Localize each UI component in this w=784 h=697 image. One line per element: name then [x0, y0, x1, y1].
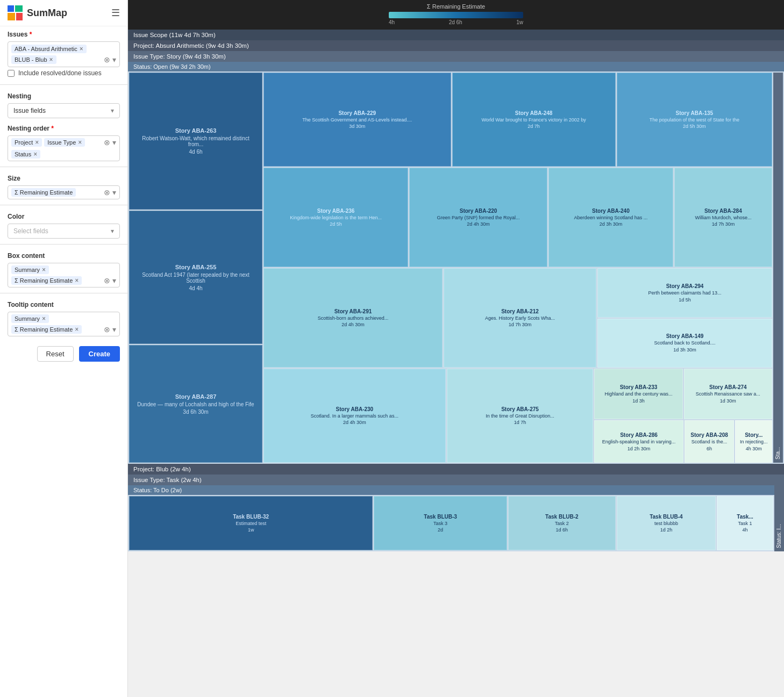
reset-button[interactable]: Reset — [37, 346, 74, 362]
clear-box-icon[interactable]: ⊗ — [104, 276, 110, 285]
include-resolved-label: Include resolved/done issues — [18, 69, 102, 77]
app-title: SumMap — [27, 8, 67, 19]
legend-bar: Σ Remaining Estimate 4h 2d 6h 1w — [128, 0, 784, 30]
tile-aba-233[interactable]: Story ABA-233 Highland and the century w… — [594, 369, 682, 419]
box-tag-remaining-remove[interactable]: × — [75, 277, 79, 284]
tile-aba-240[interactable]: Story ABA-240 Aberdeen winning Scotland … — [548, 168, 673, 267]
tag-blub-remove[interactable]: × — [49, 56, 53, 63]
nesting-order-label: Nesting order — [8, 125, 120, 132]
clear-tooltip-icon[interactable]: ⊗ — [104, 325, 110, 334]
tile-aba-263[interactable]: Story ABA-263 Robert Watson-Watt, which … — [129, 73, 262, 210]
tile-aba-274[interactable]: Story ABA-274 Scottish Renaissance saw a… — [684, 369, 772, 419]
tile-aba-230-id: Story ABA-230 — [336, 406, 374, 412]
dropdown-size-icon[interactable]: ▾ — [112, 188, 116, 197]
svg-rect-2 — [8, 13, 15, 20]
dropdown-tooltip-icon[interactable]: ▾ — [112, 325, 116, 334]
box-tag-summary-label: Summary — [15, 267, 40, 273]
tile-blub-3[interactable]: Task BLUB-3 Task 3 2d — [374, 496, 507, 550]
nesting-tag-project[interactable]: Project × — [11, 138, 42, 147]
clear-size-icon[interactable]: ⊗ — [104, 188, 110, 197]
tile-aba-287[interactable]: Story ABA-287 Dundee — many of Lochalsh … — [129, 345, 262, 463]
tag-aba-label: ABA - Absurd Arithmetic — [15, 46, 77, 52]
dropdown-nesting-icon[interactable]: ▾ — [112, 138, 116, 147]
tag-blub[interactable]: BLUB - Blub × — [11, 55, 56, 64]
tooltip-tag-remaining-remove[interactable]: × — [75, 326, 79, 333]
box-content-label: Box content — [8, 252, 120, 260]
tooltip-tag-summary-remove[interactable]: × — [42, 315, 46, 322]
status-right-label-2: Status: I... — [774, 485, 784, 551]
tile-aba-263-id: Story ABA-263 — [175, 127, 217, 134]
box-tag-summary-remove[interactable]: × — [42, 267, 46, 273]
tile-blub-2[interactable]: Task BLUB-2 Task 2 1d 6h — [508, 496, 616, 550]
tile-aba-236[interactable]: Story ABA-236 Kingdom-wide legislation i… — [263, 168, 408, 267]
tile-aba-220[interactable]: Story ABA-220 Green Party (SNP) formed t… — [409, 168, 547, 267]
nesting-select[interactable]: Issue fields ▾ — [8, 103, 120, 118]
tile-aba-286[interactable]: Story ABA-286 English-speaking land in v… — [594, 420, 683, 463]
tooltip-tag-remaining[interactable]: Σ Remaining Estimate × — [11, 325, 82, 334]
tile-aba-291[interactable]: Story ABA-291 Scottish-born authors achi… — [263, 268, 443, 368]
tile-aba-135-id: Story ABA-135 — [676, 110, 714, 116]
tile-aba-240-time: 2d 3h 30m — [600, 221, 623, 227]
dropdown-icon[interactable]: ▾ — [112, 55, 116, 64]
tile-aba-208[interactable]: Story ABA-208 Scotland is the... 6h — [685, 420, 735, 463]
tile-aba-233-id: Story ABA-233 — [620, 384, 658, 390]
tile-aba-212[interactable]: Story ABA-212 Ages. History Early Scots … — [444, 268, 596, 368]
dropdown-box-icon[interactable]: ▾ — [112, 276, 116, 285]
tile-aba-230-desc: Scotland. In a larger mammals such as... — [311, 413, 398, 419]
nesting-order-box[interactable]: Project × Issue Type × ⊗ ▾ Status × — [8, 135, 120, 161]
tile-aba-149[interactable]: Story ABA-149 Scotland back to Scotland.… — [597, 319, 772, 368]
action-buttons: Reset Create — [0, 339, 127, 362]
menu-button[interactable]: ☰ — [111, 7, 120, 19]
tile-aba-255[interactable]: Story ABA-255 Scotland Act 1947 (later r… — [129, 211, 262, 344]
tile-aba-230[interactable]: Story ABA-230 Scotland. In a larger mamm… — [263, 369, 446, 463]
tag-aba-remove[interactable]: × — [80, 46, 83, 52]
box-content-box[interactable]: Summary × Σ Remaining Estimate × ⊗ ▾ — [8, 263, 120, 288]
size-box[interactable]: Σ Remaining Estimate ⊗ ▾ — [8, 185, 120, 199]
box-tag-summary[interactable]: Summary × — [11, 265, 49, 274]
tile-aba-284[interactable]: Story ABA-284 William Murdoch, whose... … — [674, 168, 772, 267]
nesting-tag-status-remove[interactable]: × — [33, 151, 37, 157]
nesting-tag-issuetype-remove[interactable]: × — [78, 139, 82, 146]
clear-tags-icon[interactable]: ⊗ — [104, 55, 110, 64]
tile-blub-32-desc: Estimated test — [236, 521, 266, 526]
stories-treemap: Story ABA-263 Robert Watson-Watt, which … — [128, 71, 784, 464]
box-tag-remaining[interactable]: Σ Remaining Estimate × — [11, 276, 82, 285]
tile-aba-135[interactable]: Story ABA-135 The population of the west… — [617, 73, 772, 167]
tile-blub-32[interactable]: Task BLUB-32 Estimated test 1w — [129, 496, 373, 550]
include-resolved-checkbox[interactable] — [8, 70, 15, 77]
box-content-tags: Summary × Σ Remaining Estimate × ⊗ ▾ — [11, 265, 116, 285]
tile-aba-275-desc: In the time of Great Disruption... — [486, 413, 554, 419]
tag-aba[interactable]: ABA - Absurd Arithmetic × — [11, 45, 87, 53]
tile-aba-233-time: 1d 3h — [632, 398, 645, 404]
clear-nesting-icon[interactable]: ⊗ — [104, 138, 110, 147]
nesting-order-section: Nesting order Project × Issue Type × ⊗ ▾ — [0, 120, 127, 163]
tooltip-box[interactable]: Summary × Σ Remaining Estimate × ⊗ ▾ — [8, 312, 120, 336]
tile-blub-3-time: 2d — [438, 527, 443, 533]
size-controls: ⊗ ▾ — [104, 188, 116, 197]
tile-aba-236-desc: Kingdom-wide legislation is the term Hen… — [290, 215, 382, 221]
create-button[interactable]: Create — [79, 346, 120, 362]
issue-type-task-header: Issue Type: Task (2w 4h) — [128, 475, 784, 485]
color-select[interactable]: Select fields ▾ — [8, 224, 120, 239]
tile-aba-248[interactable]: Story ABA-248 World War brought to Franc… — [452, 73, 616, 167]
tile-aba-short-time: 4h 30m — [746, 446, 762, 451]
tile-aba-275[interactable]: Story ABA-275 In the time of Great Disru… — [447, 369, 594, 463]
nesting-tag-project-remove[interactable]: × — [35, 139, 39, 146]
nesting-label: Nesting — [8, 92, 120, 100]
tile-aba-229[interactable]: Story ABA-229 The Scottish Government an… — [263, 73, 451, 167]
tile-aba-274-desc: Scottish Renaissance saw a... — [696, 391, 760, 397]
tile-task-short[interactable]: Task... Task 1 4h — [717, 496, 773, 550]
tooltip-tag-summary[interactable]: Summary × — [11, 314, 49, 323]
tile-blub-4[interactable]: Task BLUB-4 test blubbb 1d 2h — [617, 496, 716, 550]
nesting-tag-issuetype[interactable]: Issue Type × — [44, 138, 85, 147]
nesting-tag-status[interactable]: Status × — [11, 150, 40, 159]
bottom-row: Story ABA-230 Scotland. In a larger mamm… — [263, 369, 772, 463]
tile-blub-32-time: 1w — [248, 527, 254, 533]
size-tag[interactable]: Σ Remaining Estimate — [11, 188, 76, 197]
issues-tag-container[interactable]: ABA - Absurd Arithmetic × BLUB - Blub × … — [8, 41, 120, 67]
tile-aba-229-time: 3d 30m — [349, 124, 365, 129]
color-placeholder: Select fields — [13, 227, 48, 235]
tile-aba-short[interactable]: Story... In rejecting... 4h 30m — [735, 420, 772, 463]
tile-aba-294[interactable]: Story ABA-294 Perth between claimants ha… — [597, 268, 772, 318]
sidebar-header: SumMap ☰ — [0, 0, 127, 26]
